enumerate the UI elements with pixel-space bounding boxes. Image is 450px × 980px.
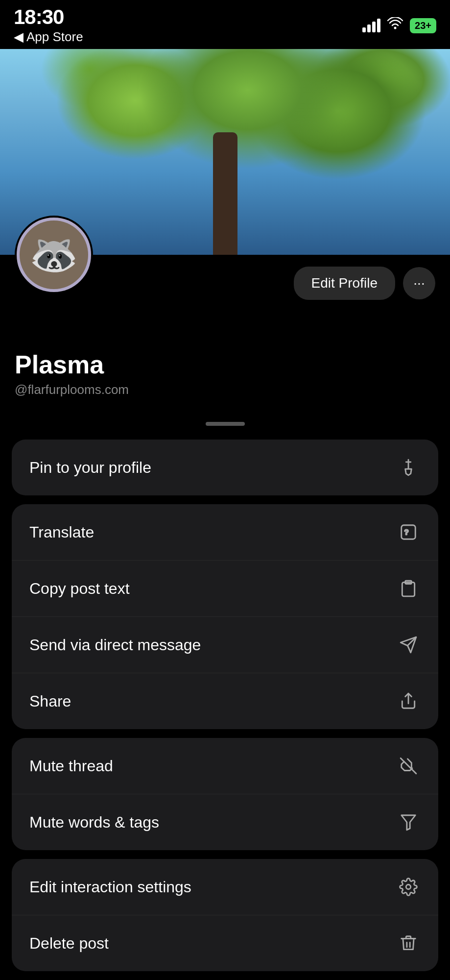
clipboard-icon — [396, 579, 421, 598]
action-item-share[interactable]: Share — [12, 673, 438, 729]
action-group-group3: Mute threadMute words & tags — [12, 738, 438, 850]
trash-icon — [396, 934, 421, 953]
action-label-mute-thread: Mute thread — [29, 757, 113, 775]
more-options-button[interactable]: ··· — [403, 267, 435, 299]
action-item-pin[interactable]: Pin to your profile — [12, 440, 438, 495]
status-time: 18:30 — [14, 7, 64, 27]
action-label-share: Share — [29, 692, 71, 710]
mute-icon — [396, 757, 421, 775]
pin-icon — [396, 458, 421, 477]
svg-text:?: ? — [404, 528, 408, 536]
filter-icon — [396, 813, 421, 832]
status-right: 23+ — [362, 17, 436, 34]
share-icon — [396, 692, 421, 710]
action-item-mute-words[interactable]: Mute words & tags — [12, 794, 438, 850]
action-item-edit-interaction[interactable]: Edit interaction settings — [12, 859, 438, 915]
back-arrow: ◀ — [14, 29, 24, 45]
profile-name: Plasma — [15, 350, 435, 379]
translate-icon: ? — [396, 523, 421, 541]
app-name: App Store — [26, 29, 83, 45]
profile-section: Edit Profile ··· Plasma @flarfurplooms.c… — [0, 255, 450, 412]
action-label-delete-post: Delete post — [29, 934, 109, 953]
signal-icon — [362, 19, 380, 32]
gear-icon — [396, 878, 421, 896]
status-bar: 18:30 ◀ App Store 23+ — [0, 0, 450, 49]
action-item-delete-post[interactable]: Delete post — [12, 915, 438, 971]
action-group-group1: Pin to your profile — [12, 440, 438, 495]
action-label-edit-interaction: Edit interaction settings — [29, 878, 191, 896]
action-group-group2: Translate?Copy post textSend via direct … — [12, 504, 438, 729]
svg-marker-8 — [402, 815, 416, 830]
action-item-send-dm[interactable]: Send via direct message — [12, 617, 438, 673]
action-group-group4: Edit interaction settingsDelete post — [12, 859, 438, 971]
action-label-translate: Translate — [29, 523, 94, 541]
battery-indicator: 23+ — [410, 18, 436, 33]
send-icon — [396, 636, 421, 654]
edit-profile-button[interactable]: Edit Profile — [294, 267, 395, 300]
action-item-copy-post-text[interactable]: Copy post text — [12, 561, 438, 617]
svg-point-9 — [406, 884, 411, 889]
svg-point-0 — [394, 26, 397, 29]
status-left: 18:30 ◀ App Store — [14, 7, 83, 45]
drag-handle — [0, 412, 450, 431]
action-item-translate[interactable]: Translate? — [12, 504, 438, 561]
profile-handle: @flarfurplooms.com — [15, 382, 435, 397]
avatar-image — [20, 220, 88, 289]
wifi-icon — [387, 17, 403, 34]
tree-trunk — [213, 132, 237, 255]
avatar — [15, 216, 93, 294]
drag-pill — [206, 422, 245, 426]
action-item-mute-thread[interactable]: Mute thread — [12, 738, 438, 794]
action-label-send-dm: Send via direct message — [29, 636, 201, 654]
action-label-pin: Pin to your profile — [29, 459, 151, 477]
action-label-mute-words: Mute words & tags — [29, 813, 159, 832]
action-label-copy-post-text: Copy post text — [29, 580, 130, 598]
status-app: ◀ App Store — [14, 29, 83, 45]
